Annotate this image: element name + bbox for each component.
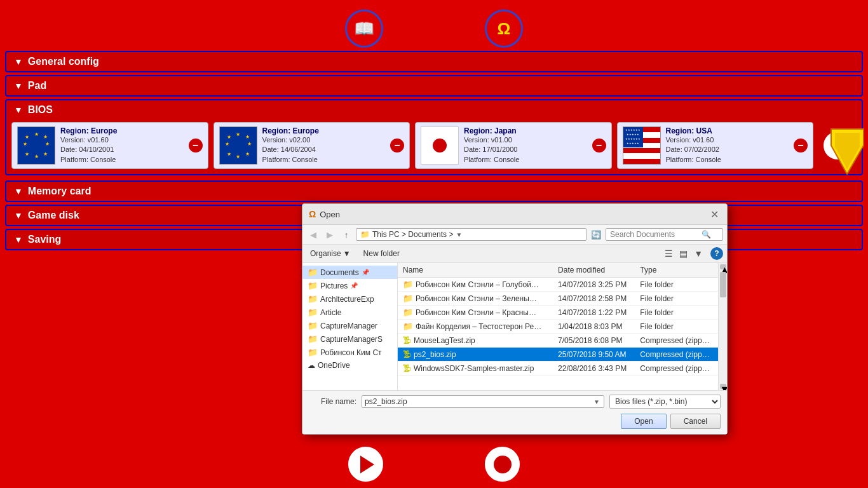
memory-card-label: Memory card: [28, 186, 92, 197]
scroll-up-btn[interactable]: ▲: [720, 264, 726, 269]
file-dialog: Ω Open ✕ ◀ ▶ ↑ 📁 This PC > Documents > ▼…: [302, 203, 728, 435]
tree-item-onedrive[interactable]: ☁ OneDrive: [302, 359, 397, 372]
top-bar: 📖 Ω: [0, 0, 868, 51]
folder-icon: 📁: [403, 322, 413, 331]
folder-icon: 📁: [403, 280, 413, 289]
bios-platform-usa: Platform: Console: [666, 155, 789, 165]
tree-item-article[interactable]: 📁 Article: [302, 306, 397, 319]
filename-input[interactable]: [365, 397, 592, 406]
bios-card-eu1: ★ ★ ★ ★ ★ ★ ★ ★ Region: Europe Version:: [11, 122, 208, 169]
tree-item-documents[interactable]: 📁 Documents 📌: [302, 266, 397, 279]
omega-icon[interactable]: Ω: [485, 10, 523, 48]
bios-version-jp: Version: v01.00: [464, 135, 587, 145]
right-logo-area: [827, 64, 868, 241]
search-input[interactable]: [610, 230, 699, 239]
app-container: 📖 Ω ▼ General config ▼ Pad ▼ BIOS: [0, 0, 868, 488]
bios-header[interactable]: ▼ BIOS: [6, 100, 862, 119]
table-row[interactable]: 📁 Файн Корделия – Тестостерон Ре… 1/04/2…: [398, 320, 718, 334]
organise-button[interactable]: Organise ▼: [306, 248, 355, 259]
bios-region-jp: Region: Japan: [464, 126, 587, 135]
filetype-select[interactable]: Bios files (*.zip, *.bin): [609, 395, 721, 409]
bios-remove-jp[interactable]: −: [592, 139, 606, 152]
back-button[interactable]: ◀: [306, 227, 320, 241]
scroll-thumb[interactable]: [720, 272, 726, 297]
view-dropdown-button[interactable]: ▼: [691, 247, 705, 260]
dialog-close-button[interactable]: ✕: [708, 208, 721, 220]
bios-info-usa: Region: USA Version: v01.60 Date: 07/02/…: [666, 126, 789, 165]
col-name[interactable]: Name: [398, 263, 553, 278]
address-breadcrumb: This PC > Documents >: [372, 230, 453, 239]
table-row[interactable]: 🗜 WindowsSDK7-Samples-master.zip 22/08/2…: [398, 362, 718, 376]
file-date: 14/07/2018 1:22 PM: [553, 306, 635, 320]
file-name: Робинсон Ким Стэнли – Голубой…: [416, 280, 539, 289]
bios-date-usa: Date: 07/02/2002: [666, 145, 789, 154]
col-type[interactable]: Type: [635, 263, 718, 278]
address-dropdown[interactable]: ▼: [456, 231, 462, 238]
scroll-down-btn[interactable]: ▼: [720, 384, 726, 389]
new-folder-button[interactable]: New folder: [360, 248, 403, 259]
file-name: Робинсон Ким Стэнли – Зелены…: [416, 294, 537, 303]
table-row[interactable]: 🗜 MouseLagTest.zip 7/05/2018 6:08 PM Com…: [398, 334, 718, 348]
forward-button[interactable]: ▶: [323, 227, 337, 241]
tree-folder-icon: 📁: [308, 281, 318, 290]
dialog-toolbar: Organise ▼ New folder ☰ ▤ ▼ ?: [302, 245, 727, 263]
search-box[interactable]: 🔍: [606, 228, 723, 241]
file-name: ps2_bios.zip: [414, 350, 456, 359]
table-row[interactable]: 🗜 ps2_bios.zip 25/07/2018 9:50 AM Compre…: [398, 348, 718, 362]
tree-folder-icon: 📁: [308, 348, 318, 357]
filename-dropdown[interactable]: ▼: [592, 398, 601, 405]
bios-region-eu2: Region: Europe: [262, 126, 386, 135]
open-button[interactable]: Open: [621, 414, 666, 429]
bios-chevron: ▼: [14, 105, 23, 115]
refresh-button[interactable]: 🔄: [589, 227, 603, 241]
bios-region-usa: Region: USA: [666, 126, 789, 135]
bios-remove-usa[interactable]: −: [794, 139, 808, 152]
record-button[interactable]: [485, 447, 520, 482]
game-disk-label: Game disk: [28, 210, 79, 221]
file-name: Робинсон Ким Стэнли – Красны…: [416, 308, 536, 317]
saving-label: Saving: [28, 234, 61, 245]
bios-remove-eu2[interactable]: −: [390, 139, 404, 152]
tree-item-capturemanager[interactable]: 📁 CaptureManager: [302, 319, 397, 332]
dialog-buttons: Open Cancel: [309, 411, 721, 430]
pad-section[interactable]: ▼ Pad: [5, 75, 863, 97]
tree-item-label: OneDrive: [318, 361, 350, 370]
tree-folder-icon: 📁: [308, 294, 318, 304]
bios-platform-jp: Platform: Console: [464, 155, 587, 165]
bios-info-jp: Region: Japan Version: v01.00 Date: 17/0…: [464, 126, 587, 165]
memory-card-chevron: ▼: [14, 186, 23, 196]
bios-info-eu1: Region: Europe Version: v01.60 Date: 04/…: [60, 126, 184, 165]
record-circle-icon: [494, 456, 512, 473]
details-view-button[interactable]: ▤: [677, 247, 690, 260]
tree-item-arch[interactable]: 📁 ArchitectureExp: [302, 292, 397, 306]
organise-chevron-icon: ▼: [343, 249, 351, 258]
game-disk-chevron: ▼: [14, 210, 23, 220]
col-date[interactable]: Date modified: [553, 263, 635, 278]
bios-region-eu1: Region: Europe: [60, 126, 184, 135]
scrollbar-track[interactable]: ▲ ▼: [718, 263, 727, 390]
bios-remove-eu1[interactable]: −: [189, 139, 203, 152]
table-row[interactable]: 📁 Робинсон Ким Стэнли – Зелены… 14/07/20…: [398, 292, 718, 306]
help-button[interactable]: ?: [710, 247, 723, 260]
file-type: Compressed (zipp…: [635, 348, 718, 362]
play-button[interactable]: [348, 447, 383, 482]
memory-card-section[interactable]: ▼ Memory card: [5, 180, 863, 202]
file-table: Name Date modified Type 📁 Робинсон Ким С…: [398, 263, 718, 376]
up-button[interactable]: ↑: [339, 227, 353, 241]
address-box[interactable]: 📁 This PC > Documents > ▼: [356, 228, 587, 241]
general-config-section[interactable]: ▼ General config: [5, 51, 863, 72]
bios-label: BIOS: [28, 104, 53, 116]
tree-item-label: CaptureManagerS: [320, 335, 383, 344]
tree-item-label: Pictures: [320, 281, 348, 290]
list-view-button[interactable]: ☰: [662, 247, 675, 260]
table-row[interactable]: 📁 Робинсон Ким Стэнли – Красны… 14/07/20…: [398, 306, 718, 320]
bios-info-eu2: Region: Europe Version: v02.00 Date: 14/…: [262, 126, 386, 165]
cancel-button[interactable]: Cancel: [670, 414, 721, 429]
table-row[interactable]: 📁 Робинсон Ким Стэнли – Голубой… 14/07/2…: [398, 278, 718, 292]
book-icon[interactable]: 📖: [345, 10, 383, 48]
tree-item-capturemanagers[interactable]: 📁 CaptureManagerS: [302, 332, 397, 346]
tree-item-robinson[interactable]: 📁 Робинсон Ким Ст: [302, 346, 397, 359]
play-triangle-icon: [360, 456, 374, 473]
tree-folder-icon: 📁: [308, 268, 318, 277]
tree-item-pictures[interactable]: 📁 Pictures 📌: [302, 279, 397, 292]
